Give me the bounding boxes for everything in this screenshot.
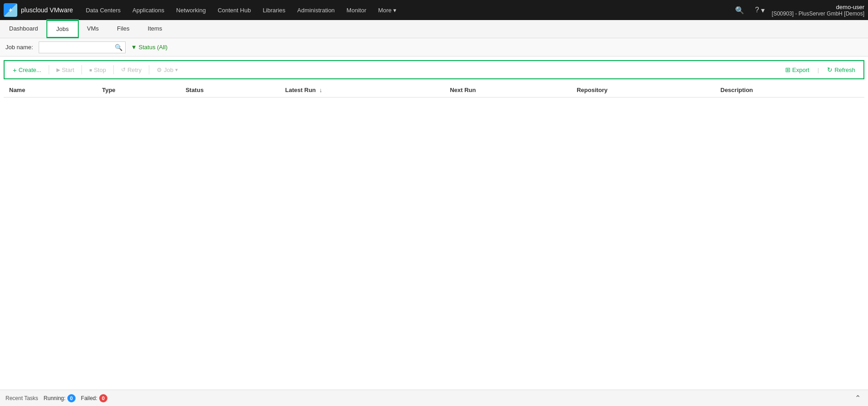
sub-navigation: Dashboard Jobs VMs Files Items: [0, 20, 868, 38]
help-icon: ?: [755, 6, 759, 14]
filter-status-label: Status (All): [139, 44, 168, 51]
nav-item-data-centers[interactable]: Data Centers: [80, 0, 126, 20]
filter-icon: ▼: [131, 44, 137, 51]
col-name: Name: [4, 83, 96, 98]
job-label: Job: [164, 67, 173, 73]
running-label: Running:: [44, 395, 66, 401]
top-navigation: + pluscloud VMware Data Centers Applicat…: [0, 0, 868, 20]
nav-item-networking[interactable]: Networking: [171, 0, 211, 20]
status-bar-collapse-button[interactable]: ⌃: [853, 392, 863, 404]
job-name-input[interactable]: [39, 42, 112, 53]
nav-items: Data Centers Applications Networking Con…: [80, 0, 731, 20]
job-gear-icon: ⚙: [157, 67, 162, 73]
user-detail: [S00903] - PlusServer GmbH [Demos]: [772, 10, 864, 17]
col-latest-run[interactable]: Latest Run ↓: [280, 83, 445, 98]
user-name: demo-user: [772, 4, 864, 10]
retry-icon: ↺: [121, 67, 126, 73]
help-chevron-icon: ▾: [761, 6, 765, 15]
nav-item-libraries[interactable]: Libraries: [257, 0, 291, 20]
start-label: Start: [62, 67, 74, 73]
toolbar-separator-4: [149, 65, 149, 74]
job-chevron-icon: ▾: [175, 67, 178, 73]
toolbar-right: ⊞ Export | ↻ Refresh: [781, 64, 860, 75]
filter-input-wrap: 🔍: [39, 41, 126, 53]
create-button[interactable]: + Create...: [8, 62, 46, 77]
recent-tasks-label: Recent Tasks: [5, 395, 38, 401]
filter-status[interactable]: ▼ Status (All): [131, 44, 168, 51]
brand: + pluscloud VMware: [4, 3, 73, 17]
brand-name: pluscloud VMware: [21, 6, 73, 14]
col-next-run: Next Run: [444, 83, 571, 98]
sort-icon-latest-run: ↓: [319, 87, 322, 93]
nav-item-administration[interactable]: Administration: [292, 0, 340, 20]
retry-label: Retry: [127, 67, 142, 73]
col-latest-run-label: Latest Run: [285, 87, 316, 93]
sub-nav-jobs[interactable]: Jobs: [47, 20, 78, 38]
search-icon: 🔍: [115, 44, 122, 51]
more-chevron-icon: ▾: [393, 7, 396, 14]
running-status: Running: 0: [44, 394, 76, 402]
nav-item-content-hub[interactable]: Content Hub: [212, 0, 256, 20]
table-header-row: Name Type Status Latest Run ↓ Next Run R…: [4, 83, 864, 98]
failed-count-badge: 0: [99, 394, 107, 402]
brand-logo-icon: +: [9, 6, 12, 14]
filter-search-button[interactable]: 🔍: [112, 42, 125, 53]
jobs-table-container: Name Type Status Latest Run ↓ Next Run R…: [0, 79, 868, 390]
brand-logo: +: [4, 3, 17, 17]
failed-status: Failed: 0: [81, 394, 107, 402]
refresh-button[interactable]: ↻ Refresh: [822, 64, 860, 75]
stop-label: Stop: [94, 67, 106, 73]
filter-bar: Job name: 🔍 ▼ Status (All): [0, 38, 868, 57]
toolbar-separator-1: [49, 65, 49, 74]
export-button[interactable]: ⊞ Export: [781, 64, 814, 75]
create-icon: +: [13, 66, 17, 74]
start-icon: ▶: [56, 67, 60, 73]
start-button[interactable]: ▶ Start: [52, 62, 79, 77]
sub-nav-dashboard[interactable]: Dashboard: [0, 20, 47, 38]
col-description: Description: [715, 83, 864, 98]
toolbar: + Create... ▶ Start ■ Stop ↺ Retry ⚙ Job…: [4, 60, 864, 79]
help-button[interactable]: ? ▾: [751, 4, 768, 16]
jobs-table: Name Type Status Latest Run ↓ Next Run R…: [4, 83, 864, 98]
refresh-icon: ↻: [827, 66, 832, 73]
retry-button[interactable]: ↺ Retry: [117, 62, 146, 77]
sub-nav-files[interactable]: Files: [108, 20, 138, 38]
job-button[interactable]: ⚙ Job ▾: [152, 62, 183, 77]
running-count-badge: 0: [67, 394, 76, 402]
toolbar-separator-2: [81, 65, 82, 74]
nav-item-more[interactable]: More ▾: [373, 0, 402, 20]
filter-job-name-label: Job name:: [5, 44, 33, 51]
search-button[interactable]: 🔍: [731, 4, 748, 16]
sub-nav-items[interactable]: Items: [139, 20, 172, 38]
toolbar-right-separator: |: [817, 67, 819, 73]
export-icon: ⊞: [785, 66, 791, 73]
col-status: Status: [180, 83, 280, 98]
user-info: demo-user [S00903] - PlusServer GmbH [De…: [772, 4, 864, 17]
status-bar: Recent Tasks Running: 0 Failed: 0 ⌃: [0, 390, 868, 406]
col-repository: Repository: [571, 83, 715, 98]
nav-item-applications[interactable]: Applications: [127, 0, 170, 20]
refresh-label: Refresh: [834, 67, 855, 73]
nav-right: 🔍 ? ▾ demo-user [S00903] - PlusServer Gm…: [731, 4, 864, 17]
stop-icon: ■: [89, 67, 92, 72]
create-label: Create...: [19, 67, 41, 73]
status-bar-right: ⌃: [853, 392, 863, 404]
export-label: Export: [792, 67, 810, 73]
failed-label: Failed:: [81, 395, 97, 401]
nav-item-monitor[interactable]: Monitor: [341, 0, 371, 20]
chevron-up-icon: ⌃: [855, 394, 861, 402]
stop-button[interactable]: ■ Stop: [85, 62, 111, 77]
sub-nav-vms[interactable]: VMs: [78, 20, 108, 38]
col-type: Type: [96, 83, 180, 98]
toolbar-separator-3: [113, 65, 114, 74]
